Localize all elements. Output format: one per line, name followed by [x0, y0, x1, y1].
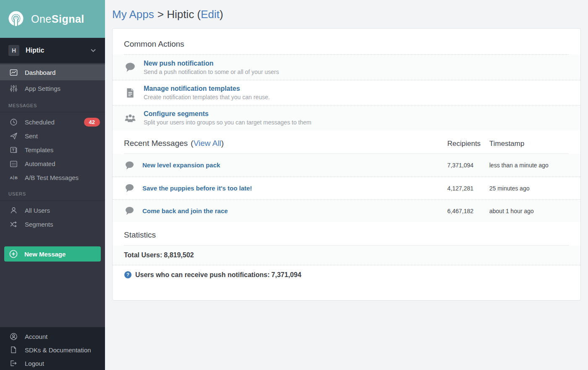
sidebar-item-label: Templates — [25, 146, 53, 153]
dashboard-card: Common Actions New push notification Sen… — [112, 28, 581, 301]
total-users-label: Total Users: — [124, 251, 162, 259]
logout-icon — [8, 359, 18, 367]
sidebar-item-label: App Settings — [25, 85, 60, 92]
template-icon — [8, 146, 18, 154]
ab-test-icon: AB — [8, 174, 18, 182]
message-row: New level expansion pack 7,371,094 less … — [113, 154, 580, 177]
app-name: Hiptic — [26, 47, 44, 54]
action-text: New push notification Send a push notifi… — [144, 60, 279, 75]
sidebar-item-logout[interactable]: Logout — [0, 357, 105, 370]
view-all-link[interactable]: View All — [193, 139, 221, 148]
view-all-close: ) — [221, 139, 224, 148]
chevron-down-icon — [90, 47, 97, 54]
message-title-wrap: Come back and join the race — [142, 207, 447, 215]
app-selector[interactable]: H Hiptic — [0, 38, 105, 63]
document-icon — [124, 88, 136, 98]
sidebar-item-label: A/B Test Messages — [25, 174, 79, 181]
message-link[interactable]: Save the puppies before it's too late! — [142, 185, 252, 192]
push-users-value: 7,371,094 — [271, 271, 301, 278]
speech-bubble-icon — [124, 206, 135, 215]
onesignal-logo-icon — [6, 9, 26, 29]
account-icon — [8, 333, 18, 341]
clock-icon — [8, 118, 18, 126]
message-timestamp: 25 minutes ago — [489, 185, 569, 192]
footer-item-label: SDKs & Documentation — [25, 346, 91, 354]
message-recipients: 4,127,281 — [447, 185, 489, 192]
speech-bubble-icon — [124, 184, 135, 193]
new-message-button[interactable]: New Message — [4, 246, 101, 262]
message-title-wrap: Save the puppies before it's too late! — [142, 185, 447, 192]
svg-text:B: B — [14, 175, 17, 180]
message-recipients: 6,467,182 — [447, 208, 489, 214]
statistics-title-text: Statistics — [124, 230, 156, 240]
message-row: Save the puppies before it's too late! 4… — [113, 177, 580, 199]
sidebar-item-automated[interactable]: Automated — [0, 157, 105, 171]
sidebar-item-account[interactable]: Account — [0, 330, 105, 343]
sidebar-footer: Account SDKs & Documentation Logout — [0, 327, 105, 370]
shuffle-icon — [8, 220, 18, 228]
message-link[interactable]: New level expansion pack — [142, 161, 220, 169]
message-timestamp: about 1 hour ago — [489, 208, 569, 214]
sidebar-item-scheduled[interactable]: Scheduled 42 — [0, 115, 105, 129]
brand-name-light: One — [31, 13, 52, 25]
sidebar-item-dashboard[interactable]: Dashboard — [0, 64, 105, 80]
action-row-new-push: New push notification Send a push notifi… — [113, 55, 580, 80]
sidebar-item-ab-test[interactable]: AB A/B Test Messages — [0, 171, 105, 185]
sidebar-item-segments[interactable]: Segments — [0, 217, 105, 231]
new-message-label: New Message — [24, 251, 66, 258]
sidebar-item-label: Dashboard — [25, 69, 55, 76]
timestamp-column-header: Timestamp — [489, 140, 569, 148]
message-link[interactable]: Come back and join the race — [142, 207, 228, 214]
recent-messages-title: Recent Messages — [124, 139, 188, 148]
sidebar-item-templates[interactable]: Templates — [0, 143, 105, 157]
manage-templates-link[interactable]: Manage notification templates — [144, 85, 270, 92]
statistics-title: Statistics — [124, 230, 569, 246]
push-users-label: Users who can receive push notifications… — [135, 271, 270, 278]
sidebar-item-sent[interactable]: Sent — [0, 129, 105, 143]
sliders-icon — [8, 85, 18, 92]
app-avatar: H — [8, 45, 19, 56]
footer-item-label: Logout — [25, 360, 44, 367]
total-users-text: Total Users:8,819,502 — [124, 251, 194, 259]
section-label-users: USERS — [0, 191, 105, 201]
plus-circle-icon — [9, 249, 19, 259]
new-push-notification-link[interactable]: New push notification — [144, 60, 279, 67]
total-users-value: 8,819,502 — [164, 251, 194, 259]
speech-bubble-icon — [124, 161, 135, 170]
brand-name-bold: Signal — [52, 13, 84, 25]
sidebar: OneSignal H Hiptic Dashboard App Setting… — [0, 0, 105, 370]
action-row-configure-segments: Configure segments Split your users into… — [113, 105, 580, 130]
sidebar-item-label: Automated — [25, 160, 55, 167]
sidebar-item-label: Scheduled — [25, 119, 55, 126]
action-description: Send a push notification to some or all … — [144, 69, 279, 75]
breadcrumb-path: > Hiptic ( — [158, 8, 201, 21]
speech-bubble-icon — [124, 62, 136, 72]
configure-segments-link[interactable]: Configure segments — [144, 110, 311, 118]
action-text: Manage notification templates Create not… — [144, 85, 270, 100]
footer-item-label: Account — [25, 333, 47, 340]
brand-name: OneSignal — [31, 13, 84, 25]
chart-icon — [8, 69, 18, 77]
sidebar-item-label: Segments — [25, 221, 53, 228]
breadcrumb-edit-link[interactable]: Edit — [201, 8, 220, 21]
action-row-manage-templates: Manage notification templates Create not… — [113, 80, 580, 105]
brand-header: OneSignal — [0, 0, 105, 38]
message-timestamp: less than a minute ago — [489, 162, 569, 169]
help-circle-icon[interactable]: ? — [124, 271, 132, 279]
push-users-row: ? Users who can receive push notificatio… — [113, 265, 580, 284]
action-description: Create notification templates that you c… — [144, 94, 270, 100]
scheduled-count-badge: 42 — [84, 118, 100, 127]
recent-messages-header: Recent Messages (View All) Recipients Ti… — [124, 139, 569, 154]
sidebar-item-sdks-documentation[interactable]: SDKs & Documentation — [0, 343, 105, 357]
people-group-icon — [124, 113, 136, 123]
calendar-grid-icon — [8, 160, 18, 168]
sidebar-item-label: All Users — [25, 207, 50, 214]
action-text: Configure segments Split your users into… — [144, 110, 311, 126]
message-row: Come back and join the race 6,467,182 ab… — [113, 199, 580, 222]
main-content: My Apps> Hiptic (Edit) Common Actions Ne… — [105, 0, 588, 370]
breadcrumb-my-apps-link[interactable]: My Apps — [112, 8, 154, 21]
sidebar-item-all-users[interactable]: All Users — [0, 204, 105, 217]
breadcrumb-close: ) — [220, 8, 223, 21]
sidebar-item-app-settings[interactable]: App Settings — [0, 80, 105, 96]
paper-plane-icon — [8, 132, 18, 140]
